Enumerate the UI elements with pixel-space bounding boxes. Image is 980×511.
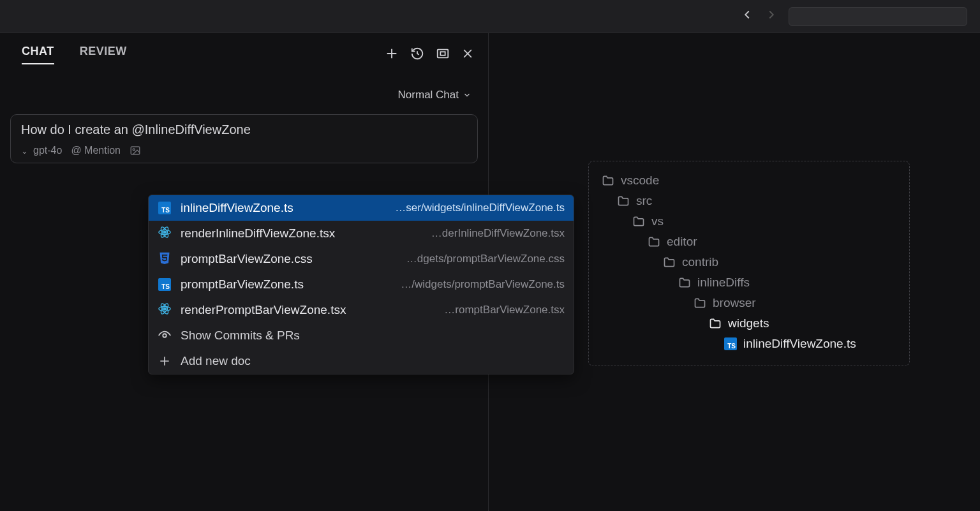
chevron-down-icon [463,91,471,100]
tree-folder[interactable]: vs [602,211,899,232]
svg-rect-0 [438,49,449,57]
suggestion-row[interactable]: promptBarViewZone.css…dgets/promptBarVie… [149,246,574,272]
model-selector[interactable]: ⌄ gpt-4o [21,145,62,156]
svg-point-8 [163,307,166,310]
tree-label: inlineDiffViewZone.ts [743,337,856,351]
chevron-down-icon: ⌄ [21,146,28,156]
tree-label: browser [713,296,756,310]
image-attach-icon[interactable] [130,145,141,156]
folder-icon [709,317,722,330]
suggestion-row[interactable]: renderInlineDiffViewZone.tsx…derInlineDi… [149,221,574,246]
tree-folder[interactable]: src [602,191,899,211]
suggestion-row[interactable]: TSpromptBarViewZone.ts…/widgets/promptBa… [149,272,574,297]
tree-label: vscode [621,174,659,188]
folder-icon [632,215,645,228]
tree-file[interactable]: TSinlineDiffViewZone.ts [602,334,899,354]
suggestion-path: …ser/widgets/inlineDiffViewZone.ts [395,202,565,214]
suggestion-name: promptBarViewZone.ts [181,278,304,292]
svg-point-12 [163,334,167,337]
eye-icon [158,329,172,343]
mention-button[interactable]: @ Mention [71,145,121,156]
folder-icon [678,276,691,289]
nav-back-icon[interactable] [740,8,754,26]
chat-text-prefix: How do I create an [21,122,131,137]
file-tree-card: vscodesrcvseditorcontribinlineDiffsbrows… [588,161,910,366]
tree-label: editor [667,235,697,249]
suggestion-path: …/widgets/promptBarViewZone.ts [401,278,565,291]
top-bar [0,0,980,33]
tree-folder[interactable]: browser [602,293,899,313]
svg-point-3 [133,149,135,151]
action-label: Add new doc [181,354,251,368]
ts-file-icon: TS [158,202,171,214]
tree-folder[interactable]: editor [602,232,899,252]
nav-forward-icon[interactable] [764,8,778,26]
svg-rect-1 [440,52,445,56]
suggestion-name: renderInlineDiffViewZone.tsx [181,226,335,241]
action-label: Show Commits & PRs [181,329,300,343]
mention-suggestions: TSinlineDiffViewZone.ts…ser/widgets/inli… [148,195,574,374]
tree-folder[interactable]: inlineDiffs [602,272,899,293]
react-file-icon [158,302,172,319]
tree-label: inlineDiffs [697,276,750,290]
tree-label: contrib [682,255,718,269]
folder-icon [663,256,676,269]
react-file-icon [158,225,172,242]
suggestion-name: renderPromptBarViewZone.tsx [181,303,346,317]
chat-input-text[interactable]: How do I create an @InlineDiffViewZone [21,122,467,137]
tab-review[interactable]: REVIEW [80,45,127,64]
fullscreen-icon[interactable] [436,47,450,63]
tree-folder[interactable]: contrib [602,252,899,272]
suggestion-row[interactable]: TSinlineDiffViewZone.ts…ser/widgets/inli… [149,195,574,221]
close-icon[interactable] [461,47,474,63]
new-chat-icon[interactable] [385,47,399,63]
tree-label: vs [651,214,664,228]
panel-tabs: CHAT REVIEW [22,45,127,64]
suggestion-action-add-doc[interactable]: Add new doc [149,348,574,374]
suggestion-path: …dgets/promptBarViewZone.css [406,253,565,265]
history-icon[interactable] [410,47,424,63]
chat-input-card[interactable]: How do I create an @InlineDiffViewZone ⌄… [10,114,478,163]
tree-folder[interactable]: widgets [602,313,899,334]
tab-chat[interactable]: CHAT [22,45,54,64]
ts-file-icon: TS [724,337,737,350]
css-file-icon [158,251,171,267]
svg-point-4 [163,231,166,233]
suggestion-name: inlineDiffViewZone.ts [181,201,293,215]
ts-file-icon: TS [158,278,171,291]
mode-selector[interactable]: Normal Chat [398,89,471,101]
plus-icon [158,354,172,368]
tree-folder[interactable]: vscode [602,170,899,191]
folder-icon [694,297,706,309]
suggestion-path: …romptBarViewZone.tsx [444,304,565,316]
folder-icon [648,235,660,248]
folder-icon [602,174,614,187]
model-label: gpt-4o [33,145,62,156]
mode-label: Normal Chat [398,89,459,101]
left-panel: CHAT REVIEW Normal Chat [0,33,489,511]
suggestion-action-commits[interactable]: Show Commits & PRs [149,323,574,348]
tree-label: src [636,194,652,208]
chat-text-mention: @InlineDiffViewZone [131,122,250,137]
mention-label: @ Mention [71,145,121,156]
suggestion-name: promptBarViewZone.css [181,252,313,266]
folder-icon [617,195,630,207]
suggestion-row[interactable]: renderPromptBarViewZone.tsx…romptBarView… [149,297,574,323]
url-box[interactable] [789,7,967,26]
suggestion-path: …derInlineDiffViewZone.tsx [431,227,565,240]
tree-label: widgets [728,316,769,330]
